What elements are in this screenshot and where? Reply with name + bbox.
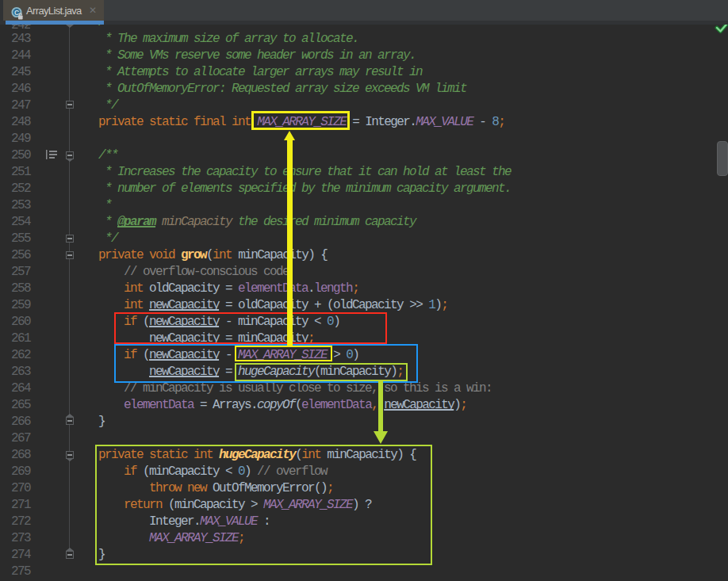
svg-text:C: C: [14, 9, 19, 17]
